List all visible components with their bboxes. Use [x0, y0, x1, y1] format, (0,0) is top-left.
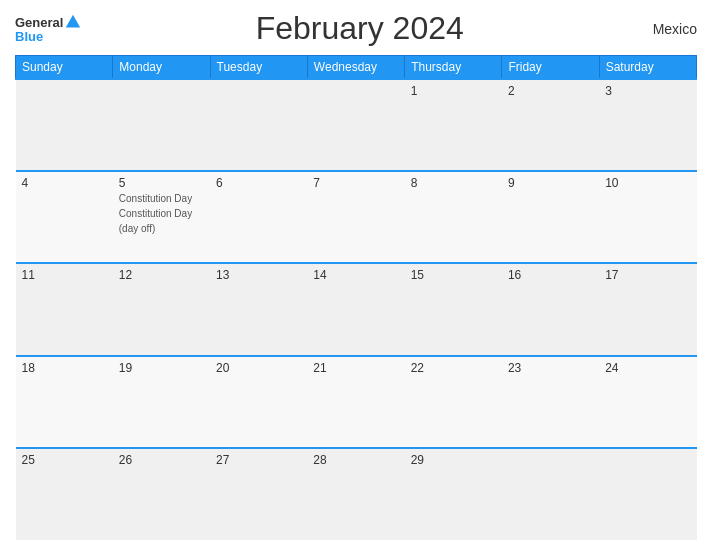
col-saturday: Saturday [599, 56, 696, 80]
day-cell: 13 [210, 263, 307, 355]
day-cell: 18 [16, 356, 113, 448]
day-cell: 17 [599, 263, 696, 355]
day-cell: 5Constitution DayConstitution Day(day of… [113, 171, 210, 263]
day-cell: 22 [405, 356, 502, 448]
day-number: 29 [411, 453, 496, 467]
day-cell: 26 [113, 448, 210, 540]
day-number: 28 [313, 453, 398, 467]
calendar-body: 12345Constitution DayConstitution Day(da… [16, 79, 697, 540]
day-number: 8 [411, 176, 496, 190]
day-cell: 27 [210, 448, 307, 540]
svg-marker-0 [66, 15, 80, 28]
calendar-header-row: Sunday Monday Tuesday Wednesday Thursday… [16, 56, 697, 80]
col-wednesday: Wednesday [307, 56, 404, 80]
day-cell: 6 [210, 171, 307, 263]
day-cell [599, 448, 696, 540]
day-cell: 23 [502, 356, 599, 448]
day-number: 23 [508, 361, 593, 375]
day-number: 2 [508, 84, 593, 98]
day-cell: 4 [16, 171, 113, 263]
logo-triangle-icon [64, 13, 82, 31]
day-number: 7 [313, 176, 398, 190]
day-number: 25 [22, 453, 107, 467]
day-cell: 20 [210, 356, 307, 448]
day-number: 3 [605, 84, 690, 98]
day-number: 14 [313, 268, 398, 282]
day-number: 19 [119, 361, 204, 375]
col-tuesday: Tuesday [210, 56, 307, 80]
col-sunday: Sunday [16, 56, 113, 80]
day-number: 13 [216, 268, 301, 282]
day-number: 21 [313, 361, 398, 375]
day-cell: 11 [16, 263, 113, 355]
day-cell: 29 [405, 448, 502, 540]
header: General Blue February 2024 Mexico [15, 10, 697, 47]
day-cell: 15 [405, 263, 502, 355]
day-number: 11 [22, 268, 107, 282]
day-cell: 9 [502, 171, 599, 263]
day-cell: 8 [405, 171, 502, 263]
day-number: 6 [216, 176, 301, 190]
day-cell: 25 [16, 448, 113, 540]
day-number: 16 [508, 268, 593, 282]
day-cell [307, 79, 404, 171]
country-label: Mexico [637, 21, 697, 37]
day-cell: 14 [307, 263, 404, 355]
week-row-3: 18192021222324 [16, 356, 697, 448]
day-cell: 2 [502, 79, 599, 171]
day-number: 22 [411, 361, 496, 375]
day-cell: 10 [599, 171, 696, 263]
day-number: 4 [22, 176, 107, 190]
day-cell: 24 [599, 356, 696, 448]
week-row-4: 2526272829 [16, 448, 697, 540]
week-row-1: 45Constitution DayConstitution Day(day o… [16, 171, 697, 263]
day-number: 9 [508, 176, 593, 190]
day-cell [502, 448, 599, 540]
calendar-title: February 2024 [82, 10, 637, 47]
col-monday: Monday [113, 56, 210, 80]
week-row-2: 11121314151617 [16, 263, 697, 355]
day-cell: 7 [307, 171, 404, 263]
day-number: 12 [119, 268, 204, 282]
day-number: 26 [119, 453, 204, 467]
day-number: 15 [411, 268, 496, 282]
day-number: 1 [411, 84, 496, 98]
day-number: 5 [119, 176, 204, 190]
event-label: (day off) [119, 222, 204, 235]
day-cell: 12 [113, 263, 210, 355]
day-cell: 1 [405, 79, 502, 171]
day-cell: 28 [307, 448, 404, 540]
event-label: Constitution Day [119, 207, 204, 220]
logo-blue-text: Blue [15, 29, 43, 44]
day-number: 18 [22, 361, 107, 375]
day-number: 17 [605, 268, 690, 282]
col-thursday: Thursday [405, 56, 502, 80]
day-number: 24 [605, 361, 690, 375]
day-cell [113, 79, 210, 171]
event-label: Constitution Day [119, 192, 204, 205]
day-cell [210, 79, 307, 171]
week-row-0: 123 [16, 79, 697, 171]
day-number: 10 [605, 176, 690, 190]
col-friday: Friday [502, 56, 599, 80]
day-number: 20 [216, 361, 301, 375]
day-cell [16, 79, 113, 171]
logo: General Blue [15, 13, 82, 44]
day-cell: 16 [502, 263, 599, 355]
day-number: 27 [216, 453, 301, 467]
day-cell: 21 [307, 356, 404, 448]
day-cell: 3 [599, 79, 696, 171]
calendar-container: General Blue February 2024 Mexico Sunday… [0, 0, 712, 550]
day-cell: 19 [113, 356, 210, 448]
calendar-table: Sunday Monday Tuesday Wednesday Thursday… [15, 55, 697, 540]
logo-general-text: General [15, 15, 63, 30]
